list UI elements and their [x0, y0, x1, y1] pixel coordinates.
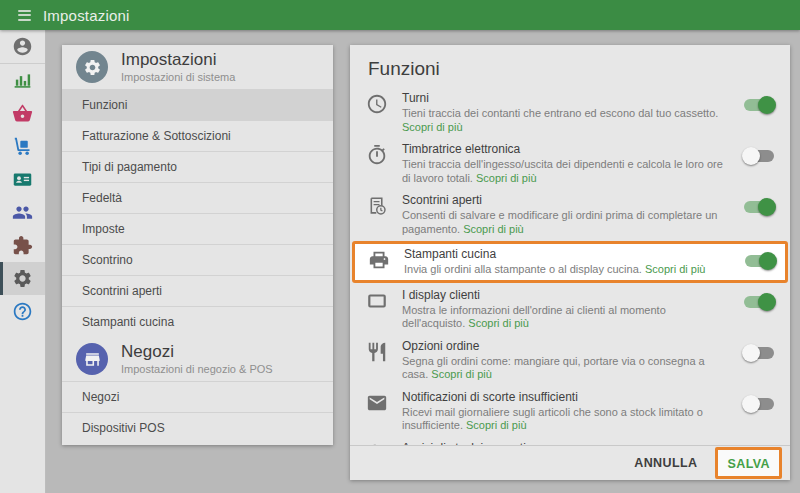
function-title: Notificazioni di scorte insufficienti [402, 390, 732, 405]
function-title: I display clienti [402, 288, 732, 303]
toggle-scontrini-aperti[interactable] [742, 197, 776, 217]
settings-gear-icon [12, 268, 33, 289]
function-row: Avvisi di stock in negativo Avvisa i cas… [350, 437, 790, 446]
receipt-clock-icon [366, 195, 388, 217]
items-basket-icon [12, 103, 33, 124]
printer-icon [368, 249, 390, 271]
sidebar-section-title: Negozi [121, 342, 273, 362]
learn-more-link[interactable]: Scopri di più [431, 368, 492, 380]
toggle-stampanti-cucina[interactable] [743, 251, 777, 271]
utensils-icon [366, 341, 388, 363]
store-badge-icon [76, 343, 108, 375]
gear-badge-icon [76, 51, 108, 83]
function-row: Opzioni ordine Segna gli ordini come: ma… [350, 335, 790, 386]
rail-item[interactable] [0, 97, 45, 130]
toggle-opzioni-ordine[interactable] [742, 343, 776, 363]
toggle-turni[interactable] [742, 95, 776, 115]
function-row: Turni Tieni traccia dei contanti che ent… [350, 87, 790, 138]
timer-icon [366, 144, 388, 166]
learn-more-link[interactable]: Scopri di più [476, 172, 537, 184]
customers-people-icon [12, 202, 33, 223]
rail-item[interactable] [0, 262, 45, 295]
function-title: Turni [402, 91, 732, 106]
function-description: Mostra le informazioni dell'ordine ai cl… [402, 304, 732, 331]
function-title: Stampanti cucina [404, 247, 733, 262]
employees-card-icon [12, 169, 33, 190]
sidebar-item-funzioni[interactable]: Funzioni [62, 89, 333, 120]
save-button-highlight[interactable]: SALVA [715, 447, 782, 479]
function-description: Segna gli ordini come: mangiare qui, por… [402, 355, 732, 382]
function-description: Ricevi mail giornaliere sugli articoli c… [402, 406, 732, 433]
topbar: Impostazioni [0, 0, 800, 30]
rail-item[interactable] [0, 163, 45, 196]
sidebar-item-dispositivi-pos[interactable]: Dispositivi POS [62, 412, 333, 443]
function-row: I display clienti Mostra le informazioni… [350, 284, 790, 335]
account-avatar[interactable] [0, 30, 45, 64]
page-title: Impostazioni [43, 7, 130, 24]
panel-footer: ANNULLA SALVA [350, 445, 790, 480]
function-title: Opzioni ordine [402, 339, 732, 354]
sidebar-item-fatturazione-sottoscizioni[interactable]: Fatturazione & Sottoscizioni [62, 120, 333, 151]
function-description: Consenti di salvare e modificare gli ord… [402, 209, 732, 236]
save-button: SALVA [727, 457, 770, 471]
learn-more-link[interactable]: Scopri di più [402, 121, 463, 133]
sidebar-item-tipi-di-pagamento[interactable]: Tipi di pagamento [62, 151, 333, 182]
inventory-trolley-icon [12, 136, 33, 157]
toggle-timbratrice-elettronica[interactable] [742, 146, 776, 166]
settings-sidebar: Impostazioni Impostazioni di sistema Fun… [62, 45, 333, 445]
function-row: Scontrini aperti Consenti di salvare e m… [350, 189, 790, 240]
learn-more-link[interactable]: Scopri di più [466, 419, 527, 431]
panel-title: Funzioni [350, 45, 790, 87]
rail-item[interactable] [0, 130, 45, 163]
sidebar-item-fedelt-[interactable]: Fedeltà [62, 182, 333, 213]
reports-chart-icon [12, 70, 33, 91]
sidebar-section-subtitle: Impostazioni di negozio & POS [121, 363, 273, 376]
apps-puzzle-icon [12, 235, 33, 256]
sidebar-item-stampanti-cucina[interactable]: Stampanti cucina [62, 306, 333, 337]
help-icon [12, 301, 33, 322]
function-rows: Turni Tieni traccia dei contanti che ent… [350, 87, 790, 445]
function-row-highlighted: Stampanti cucina Invia gli ordini alla s… [352, 241, 788, 283]
function-row: Timbratrice elettronica Tieni traccia de… [350, 138, 790, 189]
display-icon [366, 290, 388, 312]
nav-rail [0, 30, 46, 493]
functions-panel: Funzioni Turni Tieni traccia dei contant… [350, 45, 790, 480]
account-icon [12, 36, 33, 57]
clock-icon [366, 93, 388, 115]
function-row: Notificazioni di scorte insufficienti Ri… [350, 386, 790, 437]
function-description: Tieni traccia dell'ingesso/uscita dei di… [402, 158, 732, 185]
learn-more-link[interactable]: Scopri di più [463, 223, 524, 235]
sidebar-item-scontrino[interactable]: Scontrino [62, 244, 333, 275]
rail-item[interactable] [0, 229, 45, 262]
rail-item[interactable] [0, 196, 45, 229]
sidebar-section-title: Impostazioni [121, 50, 235, 70]
learn-more-link[interactable]: Scopri di più [468, 317, 529, 329]
function-title: Timbratrice elettronica [402, 142, 732, 157]
function-description: Invia gli ordini alla stampante o al dis… [404, 263, 733, 277]
function-title: Scontrini aperti [402, 193, 732, 208]
function-description: Tieni traccia dei contanti che entrano e… [402, 107, 732, 134]
toggle-avvisi-di-stock-in-negativo[interactable] [742, 445, 776, 446]
sidebar-section-header: Impostazioni Impostazioni di sistema [62, 45, 333, 89]
app-root: Impostazioni Impostazioni Impostazioni d… [0, 0, 800, 493]
rail-item[interactable] [0, 295, 45, 328]
sidebar-section-header: Negozi Impostazioni di negozio & POS [62, 337, 333, 381]
learn-more-link[interactable]: Scopri di più [645, 263, 706, 275]
mail-icon [366, 392, 388, 414]
sidebar-section: Impostazioni Impostazioni di sistema Fun… [62, 45, 333, 337]
toggle-notificazioni-di-scorte-insufficienti[interactable] [742, 394, 776, 414]
sidebar-item-negozi[interactable]: Negozi [62, 381, 333, 412]
rail-item[interactable] [0, 64, 45, 97]
hamburger-menu-icon[interactable] [18, 10, 31, 21]
sidebar-section-subtitle: Impostazioni di sistema [121, 71, 235, 84]
sidebar-section: Negozi Impostazioni di negozio & POS Neg… [62, 337, 333, 445]
sidebar-item-imposte[interactable]: Imposte [62, 213, 333, 244]
toggle-i-display-clienti[interactable] [742, 292, 776, 312]
sidebar-item-scontrini-aperti[interactable]: Scontrini aperti [62, 275, 333, 306]
cancel-button[interactable]: ANNULLA [624, 450, 707, 476]
